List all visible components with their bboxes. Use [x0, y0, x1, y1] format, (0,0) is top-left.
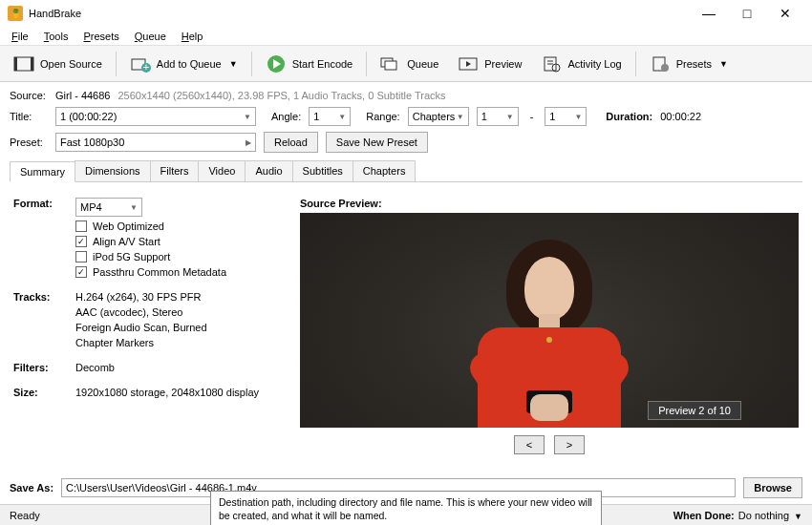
- preview-counter-badge: Preview 2 of 10: [648, 401, 741, 420]
- app-title: HandBrake: [29, 8, 81, 19]
- web-optimized-checkbox[interactable]: Web Optimized: [75, 220, 281, 232]
- menu-tools[interactable]: Tools: [38, 29, 75, 44]
- tab-dimensions[interactable]: Dimensions: [75, 160, 150, 181]
- svg-rect-9: [385, 61, 396, 70]
- preset-value: Fast 1080p30: [60, 136, 124, 148]
- duration-value: 00:00:22: [660, 111, 701, 122]
- preview-pane: Source Preview: Preview 2 of 10 < >: [300, 198, 799, 454]
- activity-label: Activity Log: [567, 58, 621, 70]
- maximize-button[interactable]: □: [728, 0, 766, 27]
- tab-summary[interactable]: Summary: [10, 161, 75, 182]
- svg-marker-11: [466, 61, 471, 67]
- queue-label: Queue: [407, 58, 438, 70]
- range-type-select[interactable]: Chapters▼: [408, 107, 469, 126]
- range-dash: -: [530, 111, 534, 122]
- preset-select[interactable]: Fast 1080p30▶: [55, 133, 256, 152]
- track-line: H.264 (x264), 30 FPS PFR: [75, 291, 281, 303]
- activity-log-button[interactable]: Activity Log: [533, 51, 629, 77]
- source-row: Source: Girl - 44686 2560x1440 (2560x144…: [10, 90, 802, 101]
- reload-button[interactable]: Reload: [264, 132, 318, 153]
- save-preset-button[interactable]: Save New Preset: [326, 132, 428, 153]
- presets-button[interactable]: Presets ▼: [642, 51, 736, 77]
- ipod-checkbox[interactable]: iPod 5G Support: [75, 251, 281, 262]
- svg-text:+: +: [143, 61, 149, 73]
- angle-select[interactable]: 1▼: [309, 107, 351, 126]
- track-line: Foreign Audio Scan, Burned: [75, 322, 281, 333]
- save-as-row: Save As: C:\Users\User\Videos\Girl - 446…: [0, 472, 812, 504]
- preview-prev-button[interactable]: <: [514, 435, 545, 454]
- close-button[interactable]: ✕: [766, 0, 804, 27]
- minimize-button[interactable]: —: [690, 0, 728, 27]
- track-line: AAC (avcodec), Stereo: [75, 306, 281, 318]
- tracks-label: Tracks:: [13, 291, 66, 348]
- svg-rect-2: [31, 57, 33, 71]
- presets-icon: [650, 54, 671, 74]
- when-done-label: When Done:: [673, 510, 735, 521]
- play-icon: [266, 54, 287, 74]
- chevron-down-icon: ▼: [719, 59, 728, 69]
- add-queue-label: Add to Queue: [157, 58, 222, 70]
- open-source-button[interactable]: Open Source: [6, 51, 110, 77]
- range-label: Range:: [366, 111, 399, 122]
- queue-icon: [380, 54, 401, 74]
- tab-video[interactable]: Video: [198, 160, 246, 181]
- range-to-select[interactable]: 1▼: [545, 107, 587, 126]
- preview-label: Preview: [484, 58, 522, 70]
- duration-label: Duration:: [606, 111, 652, 122]
- chevron-down-icon: ▼: [229, 59, 238, 69]
- browse-button[interactable]: Browse: [743, 477, 802, 498]
- menu-presets[interactable]: Presets: [77, 29, 124, 44]
- source-meta: 2560x1440 (2560x1440), 23.98 FPS, 1 Audi…: [118, 90, 445, 101]
- preview-button[interactable]: Preview: [450, 51, 529, 77]
- toolbar: Open Source + Add to Queue ▼ Start Encod…: [0, 46, 812, 82]
- align-av-checkbox[interactable]: ✓Align A/V Start: [75, 236, 281, 247]
- presets-label: Presets: [676, 58, 712, 70]
- add-to-queue-button[interactable]: + Add to Queue ▼: [122, 51, 246, 77]
- range-from-select[interactable]: 1▼: [477, 107, 519, 126]
- tab-subtitles[interactable]: Subtitles: [292, 160, 353, 181]
- menu-help[interactable]: Help: [176, 29, 209, 44]
- tabs: Summary Dimensions Filters Video Audio S…: [10, 160, 802, 182]
- source-name: Girl - 44686: [55, 90, 110, 101]
- add-queue-icon: +: [130, 54, 151, 74]
- content: Source: Girl - 44686 2560x1440 (2560x144…: [0, 82, 812, 472]
- start-encode-button[interactable]: Start Encode: [258, 51, 361, 77]
- title-label: Title:: [10, 111, 48, 122]
- filters-value: Decomb: [75, 362, 281, 373]
- title-select[interactable]: 1 (00:00:22)▼: [55, 107, 256, 126]
- queue-button[interactable]: Queue: [373, 51, 446, 77]
- preview-icon: [458, 54, 479, 74]
- title-value: 1 (00:00:22): [60, 111, 117, 122]
- menu-file[interactable]: File: [6, 29, 34, 44]
- tab-body: Format: MP4▼ Web Optimized ✓Align A/V St…: [10, 188, 802, 464]
- app-icon: 🍍: [8, 6, 23, 21]
- range-type: Chapters: [413, 111, 456, 122]
- when-done-select[interactable]: Do nothing ▼: [738, 510, 802, 521]
- passthru-checkbox[interactable]: ✓Passthru Common Metadata: [75, 266, 281, 278]
- status-text: Ready: [10, 510, 40, 521]
- tab-chapters[interactable]: Chapters: [353, 160, 417, 181]
- menu-queue[interactable]: Queue: [129, 29, 172, 44]
- save-as-tooltip: Destination path, including directory an…: [210, 491, 602, 525]
- track-line: Chapter Markers: [75, 337, 281, 348]
- tab-filters[interactable]: Filters: [150, 160, 200, 181]
- angle-value: 1: [313, 111, 319, 122]
- filters-label: Filters:: [13, 362, 66, 373]
- range-from: 1: [481, 111, 487, 122]
- summary-left: Format: MP4▼ Web Optimized ✓Align A/V St…: [13, 198, 281, 454]
- svg-rect-1: [14, 57, 17, 71]
- open-source-label: Open Source: [40, 58, 102, 70]
- save-as-label: Save As:: [10, 482, 53, 494]
- film-icon: [13, 54, 34, 74]
- format-select[interactable]: MP4▼: [75, 198, 142, 217]
- preview-label: Source Preview:: [300, 198, 799, 209]
- preview-next-button[interactable]: >: [554, 435, 585, 454]
- tab-audio[interactable]: Audio: [245, 160, 292, 181]
- preset-row: Preset: Fast 1080p30▶ Reload Save New Pr…: [10, 132, 802, 153]
- menubar: File Tools Presets Queue Help: [0, 27, 812, 46]
- chevron-down-icon: ▼: [794, 512, 802, 521]
- preview-image: Preview 2 of 10: [300, 213, 799, 428]
- angle-label: Angle:: [271, 111, 301, 122]
- range-to: 1: [549, 111, 555, 122]
- start-encode-label: Start Encode: [292, 58, 353, 70]
